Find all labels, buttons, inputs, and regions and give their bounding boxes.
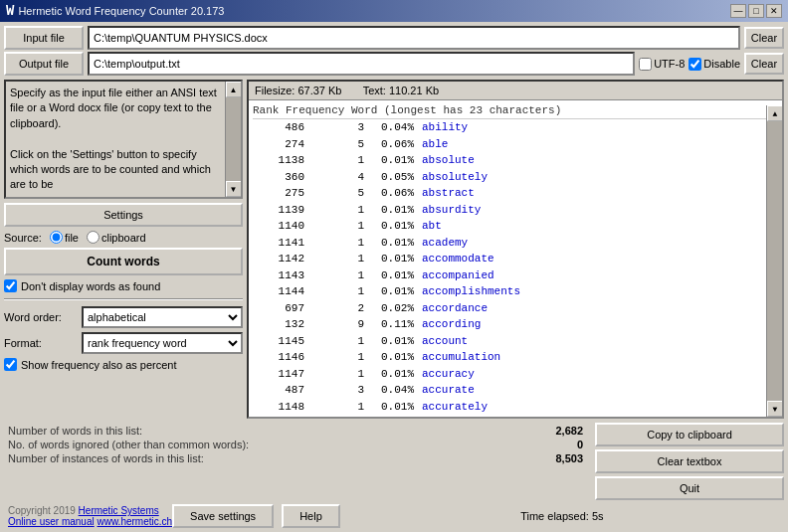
rank-cell: 1139 bbox=[253, 202, 312, 219]
words-in-list-row: Number of words in this list: 2,682 bbox=[8, 425, 591, 437]
pct-cell: 0.01% bbox=[372, 283, 422, 300]
settings-button[interactable]: Settings bbox=[4, 203, 243, 227]
word-order-select[interactable]: alphabetical rank frequency word frequen… bbox=[82, 306, 243, 328]
input-file-button[interactable]: Input file bbox=[4, 26, 84, 50]
words-in-list-value: 2,682 bbox=[555, 425, 583, 437]
freq-cell: 1 bbox=[312, 366, 372, 383]
output-file-path[interactable] bbox=[88, 52, 635, 76]
input-clear-button[interactable]: Clear bbox=[744, 27, 784, 49]
word-cell: able bbox=[422, 136, 778, 153]
source-clipboard-radio[interactable] bbox=[87, 231, 99, 244]
table-scroll-up[interactable]: ▲ bbox=[767, 105, 783, 121]
scroll-up-button[interactable]: ▲ bbox=[226, 82, 242, 97]
instances-value: 8,503 bbox=[555, 452, 583, 464]
rank-cell: 1148 bbox=[253, 399, 312, 416]
dont-display-text: Don't display words as found bbox=[21, 280, 160, 292]
rank-cell: 360 bbox=[253, 169, 312, 186]
output-file-row: Output file UTF-8 Disable Clear bbox=[4, 52, 784, 76]
table-scroll-track bbox=[767, 121, 783, 401]
disable-checkbox[interactable] bbox=[689, 58, 701, 71]
format-select[interactable]: rank frequency word frequency word word … bbox=[82, 332, 243, 354]
word-cell: account bbox=[422, 333, 778, 350]
count-words-button[interactable]: Count words bbox=[4, 248, 243, 275]
maximize-button[interactable]: □ bbox=[748, 4, 764, 18]
table-row: 1141 1 0.01% academy bbox=[253, 235, 778, 252]
pct-cell: 0.04% bbox=[372, 119, 422, 136]
table-body: 486 3 0.04% ability 274 5 0.06% able 113… bbox=[253, 119, 778, 415]
show-freq-text: Show frequency also as percent bbox=[21, 359, 177, 371]
company-link[interactable]: Hermetic Systems bbox=[79, 505, 159, 516]
rank-cell: 1140 bbox=[253, 218, 312, 235]
rank-cell: 1143 bbox=[253, 267, 312, 284]
table-scroll-down[interactable]: ▼ bbox=[767, 401, 783, 417]
source-file-radio-label[interactable]: file bbox=[50, 231, 79, 244]
pct-cell: 0.01% bbox=[372, 399, 422, 416]
source-file-radio[interactable] bbox=[50, 231, 63, 244]
clear-textbox-button[interactable]: Clear textbox bbox=[595, 449, 784, 473]
pct-cell: 0.05% bbox=[372, 169, 422, 186]
table-row: 1142 1 0.01% accommodate bbox=[253, 251, 778, 267]
table-row: 1146 1 0.01% accumulation bbox=[253, 349, 778, 366]
word-cell: accuracy bbox=[422, 366, 778, 383]
pct-cell: 0.06% bbox=[372, 136, 422, 153]
disable-label[interactable]: Disable bbox=[689, 58, 740, 71]
table-row: 360 4 0.05% absolutely bbox=[253, 169, 778, 186]
file-size-bar: Filesize: 67.37 Kb Text: 110.21 Kb bbox=[249, 82, 782, 100]
freq-cell: 2 bbox=[312, 300, 372, 317]
source-label: Source: bbox=[4, 232, 42, 244]
words-ignored-row: No. of words ignored (other than common … bbox=[8, 439, 591, 450]
freq-cell: 1 bbox=[312, 399, 372, 416]
word-cell: according bbox=[422, 316, 778, 333]
pct-cell: 0.01% bbox=[372, 349, 422, 366]
dont-display-label[interactable]: Don't display words as found bbox=[4, 279, 243, 292]
time-elapsed: Time elapsed: 5s bbox=[340, 510, 784, 522]
footer-buttons: Save settings Help bbox=[172, 504, 340, 528]
copy-to-clipboard-button[interactable]: Copy to clipboard bbox=[595, 423, 784, 446]
help-button[interactable]: Help bbox=[282, 504, 340, 528]
source-row: Source: file clipboard bbox=[4, 231, 243, 244]
utf8-label[interactable]: UTF-8 bbox=[639, 58, 685, 71]
table-row: 1139 1 0.01% absurdity bbox=[253, 202, 778, 219]
freq-cell: 1 bbox=[312, 235, 372, 252]
right-panel: Filesize: 67.37 Kb Text: 110.21 Kb Rank … bbox=[247, 80, 784, 419]
scroll-down-button[interactable]: ▼ bbox=[226, 181, 242, 197]
input-file-path[interactable] bbox=[88, 26, 740, 50]
show-freq-checkbox[interactable] bbox=[4, 358, 17, 371]
freq-cell: 1 bbox=[312, 152, 372, 169]
show-freq-label[interactable]: Show frequency also as percent bbox=[4, 358, 243, 371]
copyright-text: Copyright 2019 bbox=[8, 505, 76, 516]
pct-cell: 0.11% bbox=[372, 316, 422, 333]
table-row: 1148 1 0.01% accurately bbox=[253, 399, 778, 416]
quit-button[interactable]: Quit bbox=[595, 476, 784, 500]
freq-cell: 1 bbox=[312, 267, 372, 284]
pct-cell: 0.01% bbox=[372, 366, 422, 383]
word-cell: accurate bbox=[422, 382, 778, 399]
rank-cell: 1145 bbox=[253, 333, 312, 350]
word-cell: absolute bbox=[422, 152, 778, 169]
save-settings-button[interactable]: Save settings bbox=[172, 504, 274, 528]
freq-cell: 3 bbox=[312, 382, 372, 399]
minimize-button[interactable]: — bbox=[730, 4, 746, 18]
stats-area: Number of words in this list: 2,682 No. … bbox=[4, 423, 595, 500]
freq-cell: 3 bbox=[312, 119, 372, 136]
rank-cell: 487 bbox=[253, 382, 312, 399]
right-scrollbar[interactable]: ▲ ▼ bbox=[766, 105, 782, 417]
utf8-checkbox[interactable] bbox=[639, 58, 652, 71]
table-row: 1144 1 0.01% accomplishments bbox=[253, 283, 778, 300]
output-file-button[interactable]: Output file bbox=[4, 52, 84, 76]
dont-display-checkbox[interactable] bbox=[4, 279, 17, 292]
pct-cell: 0.04% bbox=[372, 382, 422, 399]
app-title: Hermetic Word Frequency Counter 20.173 bbox=[18, 5, 224, 17]
table-row: 274 5 0.06% able bbox=[253, 136, 778, 153]
website-link[interactable]: www.hermetic.ch bbox=[98, 516, 173, 527]
rank-cell: 275 bbox=[253, 185, 312, 202]
close-button[interactable]: ✕ bbox=[766, 4, 782, 18]
rank-cell: 1142 bbox=[253, 251, 312, 267]
table-row: 132 9 0.11% according bbox=[253, 316, 778, 333]
rank-cell: 274 bbox=[253, 136, 312, 153]
output-clear-button[interactable]: Clear bbox=[744, 53, 784, 75]
instances-label: Number of instances of words in this lis… bbox=[8, 452, 204, 464]
manual-link[interactable]: Online user manual bbox=[8, 516, 95, 527]
source-clipboard-radio-label[interactable]: clipboard bbox=[87, 231, 146, 244]
rank-cell: 1141 bbox=[253, 235, 312, 252]
